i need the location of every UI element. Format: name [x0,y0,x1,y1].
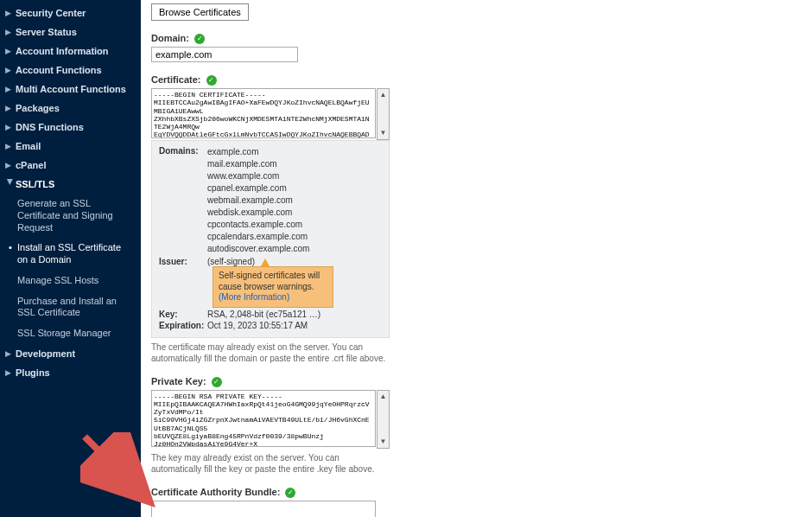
chevron-right-icon: ▶ [5,85,16,93]
sidebar: ▶Security Center ▶Server Status ▶Account… [0,0,141,517]
more-information-link[interactable]: (More Information) [219,292,289,302]
certificate-scrollbar[interactable]: ▲ ▼ [377,88,390,140]
sub-manage-ssl-hosts[interactable]: Manage SSL Hosts [17,271,141,291]
sub-ssl-storage-manager[interactable]: SSL Storage Manager [17,323,141,344]
certificate-meta-panel: Domains: example.com mail.example.com ww… [151,140,390,338]
scroll-down-icon[interactable]: ▼ [377,127,389,139]
nav-ssl-tls-sub: Generate an SSL Certificate and Signing … [0,194,141,344]
browse-certificates-button[interactable]: Browse Certificates [151,3,249,21]
chevron-right-icon: ▶ [5,47,16,55]
sub-install-ssl[interactable]: Install an SSL Certificate on a Domain [17,238,141,271]
chevron-right-icon: ▶ [5,368,16,377]
cab-textarea[interactable] [151,501,376,517]
check-icon: ✓ [285,488,295,498]
meta-domains-label: Domains: [159,146,207,255]
nav-account-information[interactable]: ▶Account Information [0,41,141,61]
chevron-right-icon: ▶ [5,9,16,17]
cab-label: Certificate Authority Bundle: [151,487,280,497]
self-signed-warning: Self-signed certificates will cause brow… [213,266,333,308]
private-key-textarea[interactable] [151,390,376,447]
chevron-right-icon: ▶ [5,28,16,36]
chevron-right-icon: ▶ [5,66,16,74]
nav-ssl-tls[interactable]: ▶SSL/TLS [0,175,141,194]
chevron-right-icon: ▶ [5,104,16,112]
scroll-up-icon[interactable]: ▲ [377,391,389,403]
chevron-right-icon: ▶ [5,161,16,169]
nav-security-center[interactable]: ▶Security Center [0,3,141,22]
scroll-track[interactable] [377,403,389,436]
private-key-label: Private Key: [151,376,206,386]
chevron-right-icon: ▶ [5,349,16,358]
chevron-right-icon: ▶ [5,123,16,131]
warning-icon [261,258,270,266]
meta-issuer-label: Issuer: [159,257,207,308]
certificate-note: The certificate may already exist on the… [151,341,390,364]
scroll-up-icon[interactable]: ▲ [377,89,389,101]
nav-dns-functions[interactable]: ▶DNS Functions [0,118,141,137]
meta-expiration-label: Expiration: [159,321,207,330]
check-icon: ✓ [194,34,205,44]
domain-input[interactable] [151,47,298,62]
domain-label: Domain: [151,33,189,43]
check-icon: ✓ [206,75,217,86]
meta-key-label: Key: [159,310,207,319]
certificate-label: Certificate: [151,74,200,85]
private-key-scrollbar[interactable]: ▲ ▼ [377,390,390,449]
nav-email[interactable]: ▶Email [0,137,141,156]
check-icon: ✓ [212,377,222,387]
chevron-down-icon: ▶ [6,179,15,189]
nav-development[interactable]: ▶Development [0,344,141,363]
nav-cpanel[interactable]: ▶cPanel [0,156,141,175]
certificate-textarea[interactable] [151,88,376,138]
sub-purchase-install-ssl[interactable]: Purchase and Install an SSL Certificate [17,291,141,324]
meta-expiration-value: Oct 19, 2023 10:55:17 AM [207,321,382,330]
meta-domains-list: example.com mail.example.com www.example… [207,146,382,255]
private-key-note: The key may already exist on the server.… [151,452,390,475]
main-content: Browse Certificates Domain: ✓ Certificat… [141,0,812,517]
nav-account-functions[interactable]: ▶Account Functions [0,61,141,80]
nav-plugins[interactable]: ▶Plugins [0,363,141,382]
scroll-track[interactable] [377,101,389,127]
meta-issuer-value: (self-signed) Self-signed certificates w… [207,257,382,308]
meta-key-value: RSA, 2,048-bit (ec75a121 …) [207,310,382,319]
sub-generate-ssl[interactable]: Generate an SSL Certificate and Signing … [17,194,141,238]
nav-server-status[interactable]: ▶Server Status [0,22,141,41]
nav-packages[interactable]: ▶Packages [0,99,141,118]
nav-multi-account-functions[interactable]: ▶Multi Account Functions [0,80,141,99]
scroll-down-icon[interactable]: ▼ [377,436,389,448]
chevron-right-icon: ▶ [5,142,16,150]
